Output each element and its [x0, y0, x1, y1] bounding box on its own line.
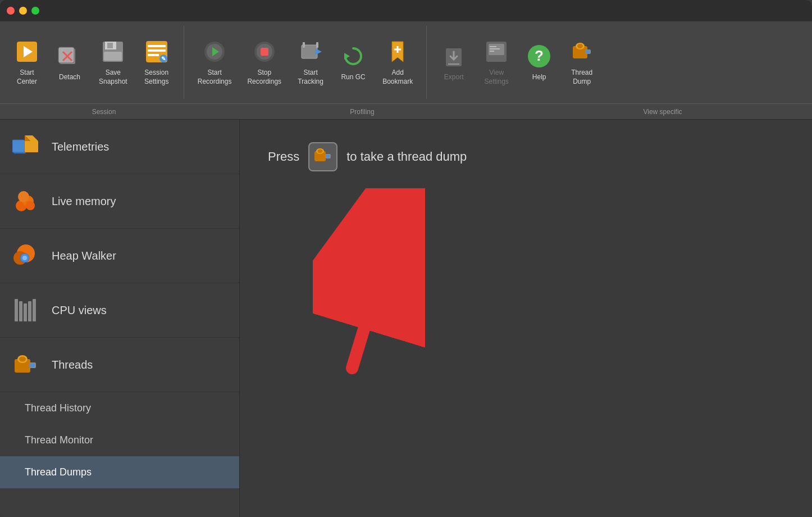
cpu-views-icon: [11, 296, 40, 325]
svg-rect-46: [12, 140, 25, 152]
svg-marker-27: [315, 48, 322, 55]
close-button[interactable]: [7, 7, 15, 15]
sidebar-item-threads[interactable]: Threads: [0, 338, 239, 392]
svg-point-70: [318, 149, 323, 153]
start-tracking-button[interactable]: Start Tracking: [289, 26, 332, 99]
toolbar-group-profiling: Start Recordings Stop Recordings: [184, 26, 427, 99]
svg-point-53: [26, 201, 35, 210]
thread-history-label: Thread History: [25, 402, 91, 414]
svg-point-57: [22, 256, 27, 260]
heap-walker-label: Heap Walker: [52, 250, 116, 262]
view-settings-button[interactable]: View Settings: [475, 26, 518, 99]
sidebar-item-live-memory[interactable]: Live memory: [0, 174, 239, 229]
svg-rect-23: [261, 48, 268, 56]
instruction-suffix: to take a thread dump: [346, 149, 467, 164]
viewspec-label: View specific: [517, 108, 809, 116]
save-snapshot-button[interactable]: Save Snapshot: [91, 26, 135, 99]
detach-button[interactable]: Detach: [48, 26, 91, 99]
arrow-svg: [313, 188, 425, 379]
svg-rect-37: [490, 51, 494, 52]
svg-rect-60: [24, 303, 27, 321]
svg-rect-11: [148, 45, 166, 47]
heap-walker-icon: [11, 241, 40, 270]
svg-point-44: [586, 50, 590, 53]
threads-label: Threads: [52, 359, 93, 371]
maximize-button[interactable]: [31, 7, 39, 15]
content-area: Press to take a thread dump: [240, 120, 812, 517]
sidebar: Telemetries Live memory: [0, 120, 240, 517]
help-icon: ?: [526, 43, 553, 70]
detach-icon: [56, 43, 83, 70]
session-settings-icon: ✎: [143, 38, 170, 65]
start-tracking-icon: [297, 38, 324, 65]
svg-rect-62: [33, 299, 36, 321]
titlebar: [0, 0, 812, 21]
telemetries-icon: [11, 132, 40, 161]
thread-dump-button[interactable]: Thread Dump: [560, 26, 603, 99]
traffic-lights: [7, 7, 39, 15]
start-recordings-icon: [201, 38, 228, 65]
svg-rect-26: [316, 42, 318, 48]
thread-monitor-label: Thread Monitor: [25, 434, 93, 446]
svg-marker-28: [344, 53, 350, 60]
svg-rect-12: [148, 49, 166, 52]
run-gc-icon: [340, 43, 367, 70]
arrow-container: [313, 188, 425, 379]
main: Telemetries Live memory: [0, 120, 812, 517]
toolbar-group-viewspecific: Export View Settings: [427, 26, 609, 99]
svg-rect-9: [104, 52, 122, 61]
toolbar-labels: Session Profiling View specific: [0, 103, 812, 119]
export-icon: [440, 43, 467, 70]
start-recordings-button[interactable]: Start Recordings: [190, 26, 240, 99]
instruction-prefix: Press: [268, 149, 299, 164]
svg-text:✎: ✎: [161, 56, 166, 62]
svg-line-74: [352, 211, 400, 368]
export-button[interactable]: Export: [432, 26, 475, 99]
stop-recordings-button[interactable]: Stop Recordings: [239, 26, 289, 99]
sidebar-item-thread-dumps[interactable]: Thread Dumps: [0, 456, 239, 488]
run-gc-button[interactable]: Run GC: [332, 26, 375, 99]
thread-dump-instruction: Press to take a thread dump: [268, 142, 467, 171]
help-button[interactable]: ? Help: [518, 26, 560, 99]
svg-point-52: [18, 191, 29, 202]
thread-dump-btn-icon: [308, 142, 337, 171]
telemetries-label: Telemetries: [52, 140, 109, 153]
add-bookmark-button[interactable]: Add Bookmark: [375, 26, 421, 99]
svg-point-65: [19, 357, 26, 362]
start-center-button[interactable]: Start Center: [6, 26, 48, 99]
sidebar-item-thread-history[interactable]: Thread History: [0, 392, 239, 424]
toolbar: Start Center Detach: [0, 21, 812, 120]
add-bookmark-icon: [384, 38, 411, 65]
svg-rect-13: [148, 54, 159, 56]
sidebar-item-cpu-views[interactable]: CPU views: [0, 283, 239, 338]
minimize-button[interactable]: [19, 7, 27, 15]
sidebar-item-heap-walker[interactable]: Heap Walker: [0, 229, 239, 283]
sidebar-item-telemetries[interactable]: Telemetries: [0, 120, 239, 174]
svg-rect-61: [28, 301, 31, 321]
sidebar-item-thread-monitor[interactable]: Thread Monitor: [0, 424, 239, 456]
svg-rect-8: [107, 43, 113, 48]
svg-rect-35: [490, 46, 496, 47]
live-memory-icon: [11, 187, 40, 216]
profiling-label: Profiling: [208, 108, 517, 116]
live-memory-label: Live memory: [52, 195, 116, 208]
save-snapshot-icon: [99, 38, 126, 65]
threads-icon: [11, 350, 40, 379]
session-settings-button[interactable]: ✎ Session Settings: [135, 26, 178, 99]
toolbar-group-session: Start Center Detach: [0, 26, 184, 99]
toolbar-buttons: Start Center Detach: [0, 21, 812, 103]
cpu-views-label: CPU views: [52, 304, 107, 317]
svg-rect-59: [19, 301, 22, 321]
thread-dump-icon: [568, 38, 595, 65]
session-label: Session: [0, 108, 208, 116]
svg-point-67: [31, 364, 35, 368]
start-center-icon: [13, 38, 40, 65]
svg-text:?: ?: [535, 47, 544, 64]
svg-rect-25: [303, 42, 305, 48]
svg-rect-58: [15, 299, 18, 321]
svg-point-42: [577, 44, 583, 48]
stop-recordings-icon: [251, 38, 278, 65]
svg-rect-36: [490, 48, 500, 49]
view-settings-icon: [483, 38, 510, 65]
svg-rect-49: [25, 141, 38, 152]
